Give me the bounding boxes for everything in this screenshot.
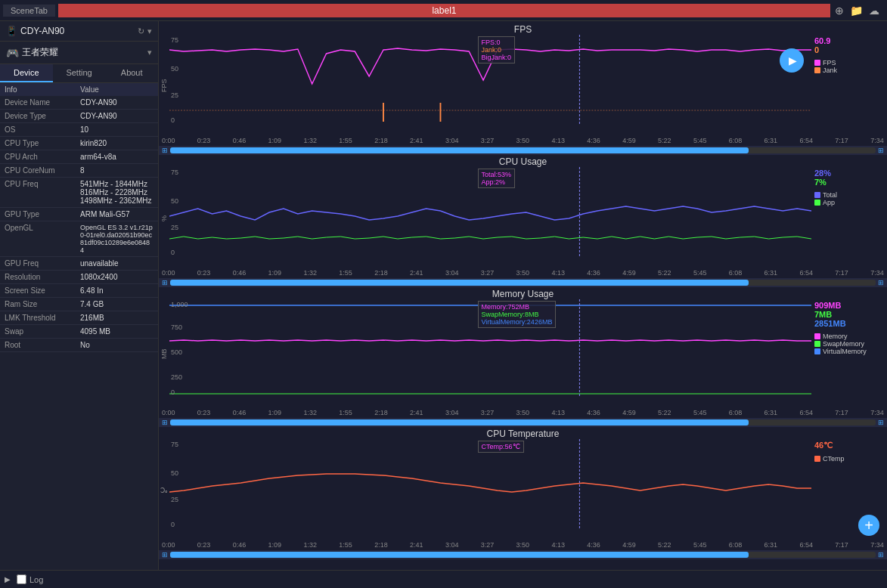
memory-chart: Memory Usage MB 1,000 750 — [159, 286, 887, 426]
table-row: OS 10 — [0, 123, 158, 137]
bottom-bar: ▶ Log — [0, 570, 887, 588]
log-label: Log — [29, 575, 43, 584]
temp-y-label: ℃ — [159, 439, 169, 541]
memory-right-info: 909MB 7MB 2851MB Memory SwapMemory Virtu… — [811, 299, 887, 409]
table-row: CPU Freq 541MHz - 1844MHz 816MHz - 2228M… — [0, 178, 158, 208]
fps-svg — [169, 35, 811, 125]
tab-device[interactable]: Device — [0, 64, 53, 82]
app-selector[interactable]: 🎮 王者荣耀 ▾ — [0, 42, 158, 64]
app-icon: 🎮 — [6, 47, 19, 59]
cpu-title: CPU Usage — [159, 153, 887, 167]
table-row: OpenGL OpenGL ES 3.2 v1.r21p0-01rel0.da0… — [0, 221, 158, 257]
table-row: Ram Size 7.4 GB — [0, 298, 158, 311]
memory-chart-area: MB 1,000 750 500 250 — [159, 299, 887, 409]
topbar-icons: ⊕ 📁 ☁ — [830, 5, 884, 17]
scene-tab[interactable]: SceneTab — [3, 5, 55, 17]
device-icon: 📱 — [6, 26, 17, 36]
table-row: CPU CoreNum 8 — [0, 164, 158, 178]
table-row: Root No — [0, 339, 158, 352]
location-icon[interactable]: ⊕ — [835, 5, 844, 17]
temp-chart-area: ℃ 75 50 25 0 CTemp:56℃ — [159, 439, 887, 541]
fps-y-label: FPS — [159, 35, 169, 137]
cpu-right-info: 28% 7% Total App — [811, 167, 887, 269]
table-row: Resolution 1080x2400 — [0, 271, 158, 284]
memory-svg — [169, 299, 811, 398]
left-panel: 📱 CDY-AN90 ↻ ▾ 🎮 王者荣耀 ▾ Device Setting A… — [0, 21, 159, 570]
main-layout: 📱 CDY-AN90 ↻ ▾ 🎮 王者荣耀 ▾ Device Setting A… — [0, 21, 887, 570]
table-row: GPU Type ARM Mali-G57 — [0, 208, 158, 221]
topbar: SceneTab label1 ⊕ 📁 ☁ — [0, 0, 887, 21]
cpu-x-axis: 0:000:230:461:091:321:552:182:413:043:27… — [159, 269, 887, 278]
temp-x-axis: 0:000:230:461:091:321:552:182:413:043:27… — [159, 541, 887, 550]
memory-title: Memory Usage — [159, 286, 887, 299]
cloud-icon[interactable]: ☁ — [869, 5, 879, 17]
cpu-y-label: % — [159, 167, 169, 269]
device-name: CDY-AN90 — [20, 26, 135, 36]
col-value: Value — [80, 85, 99, 94]
tab-about[interactable]: About — [105, 64, 158, 82]
folder-icon[interactable]: 📁 — [850, 5, 863, 17]
chevron-down-icon[interactable]: ▾ — [147, 26, 152, 36]
temp-svg-wrap: 75 50 25 0 CTemp:56℃ — [169, 439, 811, 541]
temp-svg — [169, 439, 811, 530]
cpu-svg — [169, 167, 811, 258]
app-chevron-icon[interactable]: ▾ — [147, 48, 152, 57]
temp-title: CPU Temperature — [159, 426, 887, 439]
fps-x-axis: 0:000:230:461:091:321:552:182:413:043:27… — [159, 137, 887, 146]
table-row: LMK Threshold 216MB — [0, 311, 158, 325]
table-row: Swap 4095 MB — [0, 325, 158, 339]
temp-scrollbar[interactable]: ⊞ ⊞ — [159, 550, 887, 559]
log-checkbox-area[interactable]: Log — [17, 574, 43, 584]
table-row: Device Name CDY-AN90 — [0, 96, 158, 110]
cpu-chart-area: % 75 50 25 0 Total:53% — [159, 167, 887, 269]
right-panel: FPS FPS 75 — [159, 21, 887, 570]
temp-chart: CPU Temperature ℃ 75 50 25 0 CTemp:56℃ — [159, 426, 887, 558]
table-row: CPU Type kirin820 — [0, 137, 158, 150]
memory-x-axis: 0:000:230:461:091:321:552:182:413:043:27… — [159, 409, 887, 418]
log-checkbox[interactable] — [17, 574, 26, 584]
fps-title: FPS — [159, 21, 887, 35]
col-info: Info — [5, 85, 80, 94]
play-button[interactable] — [780, 48, 804, 73]
device-selector[interactable]: 📱 CDY-AN90 ↻ ▾ — [0, 21, 158, 42]
cpu-svg-wrap: 75 50 25 0 Total:53% App:2% — [169, 167, 811, 269]
label1: label1 — [58, 4, 830, 17]
table-row: GPU Freq unavailable — [0, 257, 158, 271]
fps-chart-area: FPS 75 50 2 — [159, 35, 887, 137]
table-row: CPU Arch arm64-v8a — [0, 150, 158, 164]
memory-svg-wrap: 1,000 750 500 250 0 Memory:752MB SwapMem… — [169, 299, 811, 409]
info-table: Info Value Device Name CDY-AN90 Device T… — [0, 83, 158, 570]
app-name: 王者荣耀 — [22, 46, 144, 59]
memory-y-label: MB — [159, 299, 169, 409]
fps-chart: FPS FPS 75 — [159, 21, 887, 153]
fps-right-info: 60.9 0 FPS Jank — [811, 35, 887, 137]
fps-svg-wrap: 75 50 25 0 FPS:0 Jank:0 BigJank:0 — [169, 35, 811, 137]
expand-icon[interactable]: ▶ — [5, 575, 11, 583]
info-table-header: Info Value — [0, 83, 158, 96]
cpu-chart: CPU Usage % 75 50 25 0 — [159, 153, 887, 286]
table-row: Screen Size 6.48 In — [0, 284, 158, 298]
refresh-icon[interactable]: ↻ — [138, 26, 144, 36]
table-row: Device Type CDY-AN90 — [0, 110, 158, 123]
add-chart-button[interactable]: + — [858, 515, 879, 536]
tab-setting[interactable]: Setting — [53, 64, 106, 82]
tab-bar: Device Setting About — [0, 64, 158, 83]
